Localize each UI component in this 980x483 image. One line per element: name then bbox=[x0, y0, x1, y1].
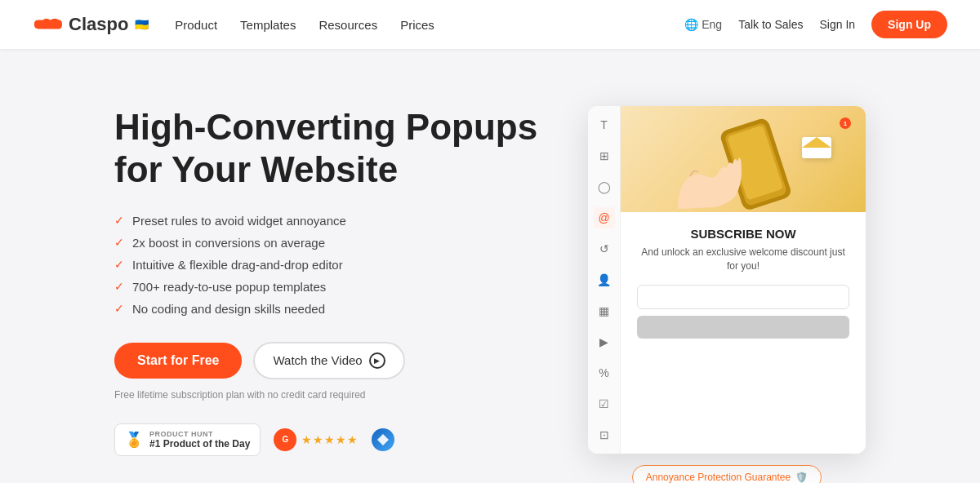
toolbar-layout-icon[interactable]: ⊡ bbox=[594, 424, 615, 445]
ph-label: PRODUCT HUNT bbox=[149, 430, 250, 438]
popup-subscribe-title: SUBSCRIBE NOW bbox=[637, 227, 849, 241]
hero-left: High-Converting Popups for Your Website … bbox=[114, 106, 539, 456]
hero-title: High-Converting Popups for Your Website bbox=[114, 106, 539, 191]
toolbar-timer-icon[interactable]: ↺ bbox=[594, 238, 615, 259]
capterra-icon bbox=[376, 433, 390, 446]
toolbar-shape-icon[interactable]: ◯ bbox=[594, 176, 615, 197]
phone-illustration: 1 bbox=[621, 106, 866, 212]
feature-text-3: Intuitive & flexible drag-and-drop edito… bbox=[132, 258, 343, 272]
shield-icon: 🛡️ bbox=[795, 472, 808, 483]
notification-dot: 1 bbox=[840, 117, 851, 129]
nav-resources[interactable]: Resources bbox=[318, 18, 377, 32]
product-hunt-badge[interactable]: 🏅 PRODUCT HUNT #1 Product of the Day bbox=[114, 423, 261, 456]
sign-in-link[interactable]: Sign In bbox=[820, 18, 856, 31]
start-free-button[interactable]: Start for Free bbox=[114, 343, 242, 379]
feature-text-5: No coding and design skills needed bbox=[132, 302, 325, 316]
lang-label: Eng bbox=[702, 18, 722, 31]
check-icon-5: ✓ bbox=[114, 302, 124, 315]
features-list: ✓ Preset rules to avoid widget annoyance… bbox=[114, 214, 539, 316]
globe-icon: 🌐 bbox=[684, 18, 698, 31]
popup-submit-button[interactable] bbox=[637, 316, 849, 339]
editor-toolbar: T ⊞ ◯ @ ↺ 👤 ▦ ▶ % ☑ ⊡ bbox=[588, 106, 621, 454]
g2-logo: G bbox=[274, 428, 296, 451]
toolbar-percent-icon[interactable]: % bbox=[594, 362, 615, 383]
ph-text: PRODUCT HUNT #1 Product of the Day bbox=[149, 430, 250, 450]
watch-video-label: Watch the Video bbox=[273, 353, 362, 367]
check-icon-2: ✓ bbox=[114, 236, 124, 249]
hero-section: High-Converting Popups for Your Website … bbox=[0, 49, 980, 483]
popup-content: SUBSCRIBE NOW And unlock an exclusive we… bbox=[621, 212, 866, 358]
toolbar-video-icon[interactable]: ▶ bbox=[594, 331, 615, 352]
feature-text-1: Preset rules to avoid widget annoyance bbox=[132, 214, 346, 228]
capterra-badge bbox=[372, 428, 394, 451]
annoyance-badge: Annoyance Protection Guarantee 🛡️ bbox=[588, 465, 866, 483]
feature-item-4: ✓ 700+ ready-to-use popup templates bbox=[114, 280, 539, 294]
language-selector[interactable]: 🌐 Eng bbox=[684, 18, 722, 31]
nav-templates[interactable]: Templates bbox=[240, 18, 296, 32]
ph-title: #1 Product of the Day bbox=[149, 438, 250, 450]
editor-wrapper: T ⊞ ◯ @ ↺ 👤 ▦ ▶ % ☑ ⊡ bbox=[588, 106, 866, 454]
medal-icon: 🏅 bbox=[125, 431, 143, 449]
popup-subscribe-subtitle: And unlock an exclusive welcome discount… bbox=[637, 246, 849, 273]
hand-wrapper bbox=[670, 144, 743, 212]
nav-links: Product Templates Resources Prices bbox=[175, 18, 434, 32]
popup-image-area: 1 bbox=[621, 106, 866, 212]
check-icon-1: ✓ bbox=[114, 214, 124, 227]
watch-video-button[interactable]: Watch the Video ▶ bbox=[253, 342, 404, 379]
svg-marker-0 bbox=[377, 434, 389, 445]
badges-row: 🏅 PRODUCT HUNT #1 Product of the Day G ★… bbox=[114, 423, 539, 456]
main-content: High-Converting Popups for Your Website … bbox=[0, 49, 980, 483]
capterra-logo bbox=[372, 428, 394, 451]
check-icon-4: ✓ bbox=[114, 280, 124, 293]
feature-item-2: ✓ 2x boost in conversions on average bbox=[114, 236, 539, 250]
hero-right: T ⊞ ◯ @ ↺ 👤 ▦ ▶ % ☑ ⊡ bbox=[588, 106, 866, 483]
g2-badge: G ★★★★★ bbox=[274, 428, 359, 451]
talk-to-sales-link[interactable]: Talk to Sales bbox=[738, 18, 803, 31]
free-note: Free lifetime subscription plan with no … bbox=[114, 389, 539, 401]
toolbar-email-icon[interactable]: @ bbox=[594, 207, 615, 228]
feature-item-5: ✓ No coding and design skills needed bbox=[114, 302, 539, 316]
navbar: Claspo 🇺🇦 Product Templates Resources Pr… bbox=[0, 0, 980, 49]
toolbar-image-icon[interactable]: ⊞ bbox=[594, 145, 615, 166]
toolbar-text-icon[interactable]: T bbox=[594, 114, 615, 135]
annoyance-label: Annoyance Protection Guarantee bbox=[646, 472, 791, 483]
logo-icon bbox=[33, 16, 62, 33]
feature-text-4: 700+ ready-to-use popup templates bbox=[132, 280, 326, 294]
nav-prices[interactable]: Prices bbox=[400, 18, 434, 32]
hand-svg bbox=[670, 144, 743, 209]
nav-product[interactable]: Product bbox=[175, 18, 217, 32]
navbar-left: Claspo 🇺🇦 Product Templates Resources Pr… bbox=[33, 14, 434, 35]
logo[interactable]: Claspo 🇺🇦 bbox=[33, 14, 149, 35]
logo-wordmark: Claspo bbox=[69, 14, 128, 35]
navbar-right: 🌐 Eng Talk to Sales Sign In Sign Up bbox=[684, 11, 947, 38]
toolbar-user-icon[interactable]: 👤 bbox=[594, 269, 615, 290]
play-circle-icon: ▶ bbox=[369, 352, 385, 369]
hero-buttons: Start for Free Watch the Video ▶ bbox=[114, 342, 539, 379]
feature-text-2: 2x boost in conversions on average bbox=[132, 236, 325, 250]
toolbar-checkbox-icon[interactable]: ☑ bbox=[594, 393, 615, 414]
popup-preview: 1 bbox=[621, 106, 866, 454]
envelope-flap bbox=[802, 137, 831, 148]
envelope-icon bbox=[802, 137, 831, 158]
feature-item-1: ✓ Preset rules to avoid widget annoyance bbox=[114, 214, 539, 228]
logo-flag: 🇺🇦 bbox=[135, 18, 149, 31]
feature-item-3: ✓ Intuitive & flexible drag-and-drop edi… bbox=[114, 258, 539, 272]
sign-up-button[interactable]: Sign Up bbox=[871, 11, 947, 38]
check-icon-3: ✓ bbox=[114, 258, 124, 271]
annoyance-pill[interactable]: Annoyance Protection Guarantee 🛡️ bbox=[632, 465, 822, 483]
g2-stars: ★★★★★ bbox=[301, 433, 359, 446]
popup-email-input[interactable] bbox=[637, 285, 849, 309]
toolbar-calendar-icon[interactable]: ▦ bbox=[594, 300, 615, 321]
